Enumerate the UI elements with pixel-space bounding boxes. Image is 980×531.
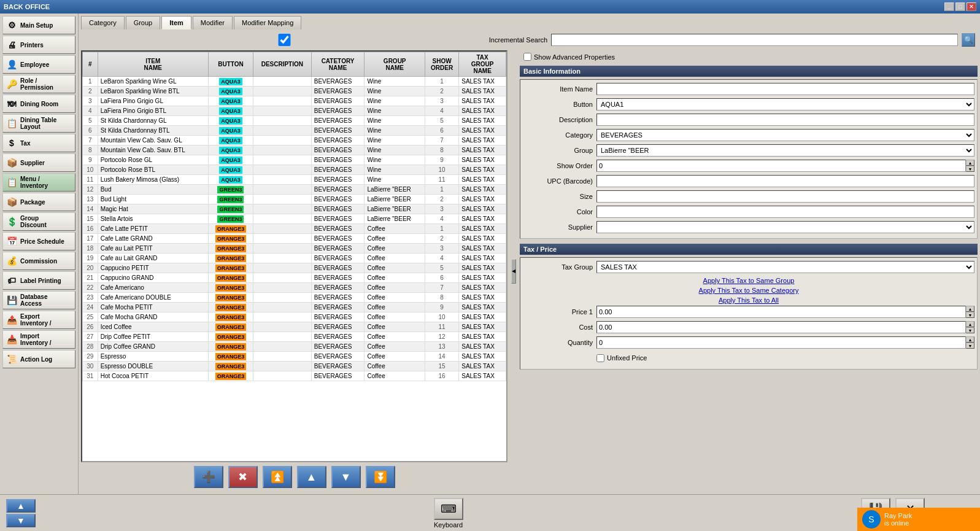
tab-modifier-mapping[interactable]: Modifier Mapping	[234, 16, 301, 29]
col-button[interactable]: BUTTON	[208, 52, 253, 77]
table-row[interactable]: 15 Stella Artois GREEN3 BEVERAGES LaBier…	[83, 214, 506, 224]
search-input[interactable]	[551, 34, 958, 46]
table-scroll[interactable]: # ITEMNAME BUTTON DESCRIPTION CATЕТORYNA…	[82, 52, 506, 381]
table-row[interactable]: 25 Cafe Mocha GRAND ORANGE3 BEVERAGES Co…	[83, 312, 506, 322]
sidebar-item-printers[interactable]: 🖨 Printers	[2, 36, 75, 54]
sidebar-item-action-log[interactable]: 📜 Action Log	[2, 350, 75, 368]
table-row[interactable]: 23 Cafe Americano DOUBLE ORANGE3 BEVERAG…	[83, 293, 506, 303]
category-select[interactable]: BEVERAGES FOOD	[596, 129, 974, 141]
table-row[interactable]: 18 Cafe au Lait PETIT ORANGE3 BEVERAGES …	[83, 244, 506, 254]
table-row[interactable]: 9 Portocolo Rose GL AQUA3 BEVERAGES Wine…	[83, 155, 506, 165]
show-order-down[interactable]: ▼	[966, 166, 974, 172]
table-row[interactable]: 12 Bud GREEN3 BEVERAGES LaBierre "BEER 1…	[83, 185, 506, 195]
table-row[interactable]: 13 Bud Light GREEN3 BEVERAGES LaBierre "…	[83, 195, 506, 204]
sidebar-item-label-printing[interactable]: 🏷 Label Printing	[2, 271, 75, 290]
table-row[interactable]: 27 Drip Coffee PETIT ORANGE3 BEVERAGES C…	[83, 332, 506, 342]
minimize-button[interactable]: _	[944, 2, 954, 11]
move-top-button[interactable]: ⏫	[263, 466, 292, 488]
show-order-input[interactable]	[596, 160, 966, 172]
col-show-order[interactable]: SHOWORDER	[425, 52, 458, 77]
supplier-select[interactable]	[596, 221, 974, 233]
cost-down[interactable]: ▼	[966, 327, 974, 333]
table-row[interactable]: 17 Cafe Latte GRAND ORANGE3 BEVERAGES Co…	[83, 234, 506, 244]
sidebar-item-dining-room[interactable]: 🍽 Dining Room	[2, 95, 75, 113]
table-row[interactable]: 31 Hot Cocoa PETIT ORANGE3 BEVERAGES Cof…	[83, 371, 506, 381]
group-select[interactable]: LaBierre "BEER Wine Coffee	[596, 144, 974, 157]
move-up-button[interactable]: ▲	[297, 466, 326, 488]
delete-button[interactable]: ✖	[228, 466, 258, 488]
table-row[interactable]: 24 Cafe Mocha PETIT ORANGE3 BEVERAGES Co…	[83, 303, 506, 312]
maximize-button[interactable]: □	[955, 2, 965, 11]
table-row[interactable]: 3 LaFiera Pino Grigio GL AQUA3 BEVERAGES…	[83, 96, 506, 106]
search-button[interactable]: 🔍	[962, 33, 975, 47]
price1-input[interactable]	[596, 306, 966, 318]
table-row[interactable]: 26 Iced Coffee ORANGE3 BEVERAGES Coffee …	[83, 322, 506, 332]
color-input[interactable]	[596, 206, 974, 218]
col-item-name[interactable]: ITEMNAME	[98, 52, 208, 77]
tab-modifier[interactable]: Modifier	[193, 16, 233, 29]
cost-input[interactable]	[596, 321, 966, 333]
col-category[interactable]: CATЕТORYNAME	[311, 52, 365, 77]
move-bottom-button[interactable]: ⏬	[366, 466, 395, 488]
sidebar-item-main-setup[interactable]: ⚙ Main Setup	[2, 16, 75, 34]
table-row[interactable]: 10 Portocolo Rose BTL AQUA3 BEVERAGES Wi…	[83, 165, 506, 175]
col-description[interactable]: DESCRIPTION	[253, 52, 311, 77]
price1-down[interactable]: ▼	[966, 312, 974, 318]
panel-collapse-handle[interactable]: ◀	[510, 50, 517, 492]
price1-up[interactable]: ▲	[966, 306, 974, 312]
table-row[interactable]: 14 Magic Hat GREEN3 BEVERAGES LaBierre "…	[83, 204, 506, 214]
quantity-input[interactable]	[596, 336, 966, 349]
tab-item[interactable]: Item	[161, 16, 191, 29]
table-row[interactable]: 30 Espresso DOUBLE ORANGE3 BEVERAGES Cof…	[83, 362, 506, 371]
table-row[interactable]: 11 Lush Bakery Mimosa (Glass) AQUA3 BEVE…	[83, 175, 506, 185]
sidebar-item-tax[interactable]: $ Tax	[2, 134, 75, 152]
sidebar-item-group-discount[interactable]: 💲 GroupDiscount	[2, 212, 75, 231]
table-row[interactable]: 2 LeBaron Sparkling Wine BTL AQUA3 BEVER…	[83, 87, 506, 96]
sidebar-item-price-schedule[interactable]: 📅 Price Schedule	[2, 232, 75, 250]
unfixed-price-checkbox[interactable]	[596, 354, 604, 362]
close-window-button[interactable]: ✕	[966, 2, 976, 11]
table-row[interactable]: 8 Mountain View Cab. Sauv. BTL AQUA3 BEV…	[83, 145, 506, 155]
show-order-up[interactable]: ▲	[966, 160, 974, 166]
button-select[interactable]: AQUA1 AQUA2 AQUA3 GREEN1 ORANGE1	[596, 98, 974, 110]
table-row[interactable]: 1 LeBaron Sparkling Wine GL AQUA3 BEVERA…	[83, 77, 506, 87]
table-row[interactable]: 29 Espresso ORANGE3 BEVERAGES Coffee 14 …	[83, 352, 506, 362]
table-row[interactable]: 4 LaFiera Pino Grigio BTL AQUA3 BEVERAGE…	[83, 106, 506, 116]
skype-notification[interactable]: S Ray Park is online	[857, 508, 980, 531]
sidebar-item-export-inventory[interactable]: 📤 ExportInventory /	[2, 311, 75, 329]
table-row[interactable]: 21 Cappucino GRAND ORANGE3 BEVERAGES Cof…	[83, 273, 506, 283]
sidebar-item-database-access[interactable]: 💾 DatabaseAccess	[2, 291, 75, 309]
sidebar-item-dining-table-layout[interactable]: 📋 Dining TableLayout	[2, 114, 75, 133]
apply-all-link[interactable]: Apply This Tax to All	[719, 297, 779, 304]
quantity-up[interactable]: ▲	[966, 336, 974, 343]
cost-up[interactable]: ▲	[966, 321, 974, 327]
table-row[interactable]: 20 Cappucino PETIT ORANGE3 BEVERAGES Cof…	[83, 263, 506, 273]
item-name-input[interactable]	[596, 83, 974, 95]
table-row[interactable]: 19 Cafe au Lait GRAND ORANGE3 BEVERAGES …	[83, 254, 506, 263]
table-row[interactable]: 7 Mountain View Cab. Sauv. GL AQUA3 BEVE…	[83, 136, 506, 145]
add-button[interactable]: ➕	[194, 466, 223, 488]
nav-down-button[interactable]: ▼	[6, 514, 36, 527]
table-row[interactable]: 22 Cafe Americano ORANGE3 BEVERAGES Coff…	[83, 283, 506, 293]
incremental-search-checkbox[interactable]	[83, 34, 485, 46]
keyboard-button[interactable]: ⌨ Keyboard	[434, 498, 463, 529]
quantity-down[interactable]: ▼	[966, 343, 974, 349]
show-advanced-checkbox[interactable]	[523, 53, 531, 61]
size-input[interactable]	[596, 190, 974, 203]
table-row[interactable]: 16 Cafe Latte PETIT ORANGE3 BEVERAGES Co…	[83, 224, 506, 234]
sidebar-item-employee[interactable]: 👤 Employee	[2, 55, 75, 74]
tab-category[interactable]: Category	[81, 16, 125, 29]
apply-same-group-link[interactable]: Apply This Tax to Same Group	[703, 277, 795, 284]
sidebar-item-import-inventory[interactable]: 📥 ImportInventory /	[2, 330, 75, 349]
nav-up-button[interactable]: ▲	[6, 499, 36, 513]
table-row[interactable]: 5 St Kilda Chardonnay GL AQUA3 BEVERAGES…	[83, 116, 506, 126]
move-down-button[interactable]: ▼	[331, 466, 361, 488]
sidebar-item-supplier[interactable]: 📦 Supplier	[2, 153, 75, 172]
tab-group[interactable]: Group	[126, 16, 161, 29]
description-input[interactable]	[596, 114, 974, 126]
sidebar-item-commission[interactable]: 💰 Commission	[2, 252, 75, 270]
col-group[interactable]: GROUPNAME	[365, 52, 425, 77]
sidebar-item-package[interactable]: 📦 Package	[2, 193, 75, 211]
table-row[interactable]: 6 St Kilda Chardonnay BTL AQUA3 BEVERAGE…	[83, 126, 506, 136]
table-row[interactable]: 28 Drip Coffee GRAND ORANGE3 BEVERAGES C…	[83, 342, 506, 352]
